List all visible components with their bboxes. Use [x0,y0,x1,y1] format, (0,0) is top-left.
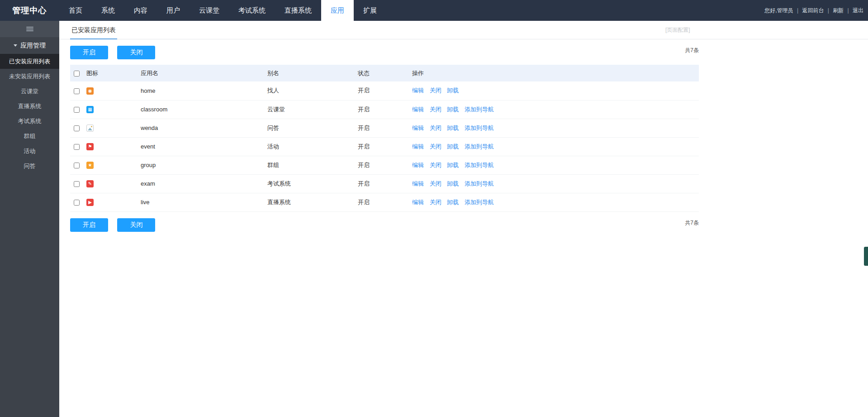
sidebar-toggle-button[interactable] [0,21,59,37]
select-all-checkbox[interactable] [74,71,80,77]
app-alias: 问答 [265,119,355,137]
close-link[interactable]: 关闭 [430,143,441,150]
add-to-nav-link[interactable]: 添加到导航 [465,125,494,131]
uninstall-link[interactable]: 卸载 [447,162,459,168]
top-button-row: 开启 关闭 共7条 [70,46,699,59]
live-app-icon: ▶ [86,199,94,206]
row-checkbox[interactable] [74,88,80,94]
menu-icon [26,26,33,32]
sidebar-item-installed-apps[interactable]: 已安装应用列表 [0,54,59,69]
back-to-front-link[interactable]: 返回前台 [802,7,824,14]
table-header-row: 图标 应用名 别名 状态 操作 [70,65,699,81]
nav-item-live-system[interactable]: 直播系统 [275,0,321,21]
add-to-nav-link[interactable]: 添加到导航 [465,143,494,150]
column-header-alias: 别名 [265,65,355,81]
sidebar-item-live-system[interactable]: 直播系统 [0,99,59,114]
edit-link[interactable]: 编辑 [412,180,424,187]
sidebar: 应用管理 已安装应用列表 未安装应用列表 云课堂 直播系统 考试系统 群组 活动… [0,21,59,417]
uninstall-link[interactable]: 卸载 [447,125,459,131]
edit-link[interactable]: 编辑 [412,162,424,168]
close-link[interactable]: 关闭 [430,106,441,113]
table-row: wenda 问答 开启 编辑 关闭 卸载 添加到导航 [70,119,699,137]
close-link[interactable]: 关闭 [430,180,441,187]
close-link[interactable]: 关闭 [430,125,441,131]
sidebar-item-groups[interactable]: 群组 [0,129,59,144]
table-row: ▦ classroom 云课堂 开启 编辑 关闭 卸载 添加到导航 [70,100,699,119]
edit-link[interactable]: 编辑 [412,87,424,94]
close-link[interactable]: 关闭 [430,199,441,206]
nav-item-content[interactable]: 内容 [124,0,157,21]
total-count: 共7条 [685,47,699,54]
broken-image-icon [86,125,94,132]
app-name: classroom [138,100,265,119]
row-checkbox[interactable] [74,200,80,206]
table-row: ⚑ event 活动 开启 编辑 关闭 卸载 添加到导航 [70,137,699,156]
uninstall-link[interactable]: 卸载 [447,143,459,150]
app-name: wenda [138,119,265,137]
nav-item-exam-system[interactable]: 考试系统 [229,0,275,21]
tab-installed-apps[interactable]: 已安装应用列表 [70,21,117,39]
main-content: 已安装应用列表 [页面配置] 开启 关闭 共7条 图标 应用名 别名 状态 操作 [59,21,868,417]
installed-apps-table: 图标 应用名 别名 状态 操作 ◉ home 找人 开启 编辑 关闭 [70,65,699,212]
classroom-app-icon: ▦ [86,106,94,113]
add-to-nav-link[interactable]: 添加到导航 [465,180,494,187]
group-app-icon: ★ [86,162,94,169]
add-to-nav-link[interactable]: 添加到导航 [465,162,494,168]
close-link[interactable]: 关闭 [430,162,441,168]
close-button[interactable]: 关闭 [117,46,155,59]
add-to-nav-link[interactable]: 添加到导航 [465,106,494,113]
app-status: 开启 [355,156,409,174]
uninstall-link[interactable]: 卸载 [447,106,459,113]
close-link[interactable]: 关闭 [430,87,441,94]
sidebar-group-label: 应用管理 [20,42,46,50]
close-button[interactable]: 关闭 [117,218,155,232]
tab-bar: 已安装应用列表 [页面配置] [59,21,868,39]
page-config-link[interactable]: [页面配置] [665,21,690,39]
app-alias: 活动 [265,137,355,156]
open-button[interactable]: 开启 [70,218,108,232]
uninstall-link[interactable]: 卸载 [447,87,459,94]
nav-item-classroom[interactable]: 云课堂 [190,0,229,21]
sidebar-item-activities[interactable]: 活动 [0,144,59,158]
row-checkbox[interactable] [74,144,80,150]
bottom-button-row: 开启 关闭 共7条 [70,218,699,232]
logout-link[interactable]: 退出 [853,7,863,14]
column-header-icon: 图标 [84,65,138,81]
uninstall-link[interactable]: 卸载 [447,199,459,206]
nav-item-users[interactable]: 用户 [157,0,190,21]
row-checkbox[interactable] [74,125,80,131]
separator: | [797,7,798,14]
edit-link[interactable]: 编辑 [412,106,424,113]
app-status: 开启 [355,119,409,137]
app-status: 开启 [355,100,409,119]
floating-widget[interactable] [864,247,868,266]
app-alias: 云课堂 [265,100,355,119]
app-status: 开启 [355,81,409,100]
nav-item-apps[interactable]: 应用 [321,0,354,21]
app-name: live [138,193,265,211]
refresh-link[interactable]: 刷新 [833,7,844,14]
row-checkbox[interactable] [74,107,80,113]
app-alias: 找人 [265,81,355,100]
uninstall-link[interactable]: 卸载 [447,180,459,187]
sidebar-group-app-management[interactable]: 应用管理 [0,37,59,54]
open-button[interactable]: 开启 [70,46,108,59]
row-checkbox[interactable] [74,181,80,187]
sidebar-item-exam-system[interactable]: 考试系统 [0,114,59,129]
nav-item-home[interactable]: 首页 [59,0,92,21]
content-wrap: 开启 关闭 共7条 图标 应用名 别名 状态 操作 [70,46,699,232]
home-app-icon: ◉ [86,87,94,95]
app-name: group [138,156,265,174]
app-status: 开启 [355,137,409,156]
nav-item-extensions[interactable]: 扩展 [354,0,386,21]
edit-link[interactable]: 编辑 [412,143,424,150]
nav-item-system[interactable]: 系统 [92,0,124,21]
table-row: ◉ home 找人 开启 编辑 关闭 卸载 [70,81,699,100]
add-to-nav-link[interactable]: 添加到导航 [465,199,494,206]
sidebar-item-qa[interactable]: 问答 [0,158,59,173]
edit-link[interactable]: 编辑 [412,199,424,206]
sidebar-item-classroom[interactable]: 云课堂 [0,84,59,99]
edit-link[interactable]: 编辑 [412,125,424,131]
sidebar-item-uninstalled-apps[interactable]: 未安装应用列表 [0,69,59,84]
row-checkbox[interactable] [74,163,80,168]
